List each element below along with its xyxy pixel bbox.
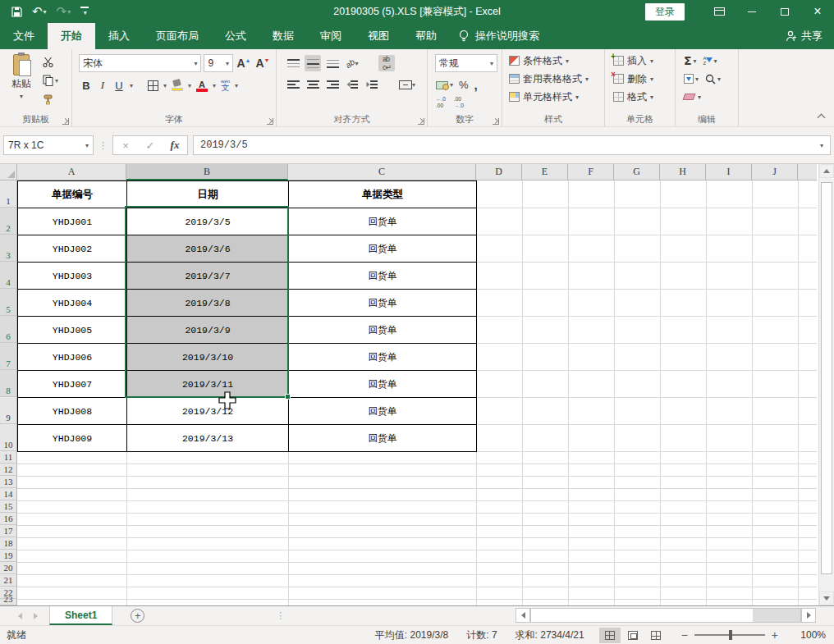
cell-B9[interactable]: 2019/3/12: [127, 398, 289, 425]
cell-C10[interactable]: 回货单: [289, 425, 477, 452]
format-painter-button[interactable]: [43, 92, 58, 107]
cell-B2[interactable]: 2019/3/5: [127, 208, 289, 235]
decrease-indent-button[interactable]: [344, 76, 360, 93]
fill-handle[interactable]: [285, 394, 291, 400]
undo-button[interactable]: ↶▾: [29, 2, 50, 21]
cell-B8[interactable]: 2019/3/11: [127, 371, 289, 398]
name-box[interactable]: 7R x 1C▾: [3, 135, 94, 155]
row-header-14[interactable]: 14: [0, 488, 17, 500]
cell-C9[interactable]: 回货单: [289, 398, 477, 425]
cell-C4[interactable]: 回货单: [289, 263, 477, 290]
percent-style-button[interactable]: %: [459, 79, 469, 91]
row-header-4[interactable]: 4: [0, 262, 17, 289]
zoom-out-button[interactable]: −: [681, 628, 688, 642]
row-header-17[interactable]: 17: [0, 525, 17, 537]
tab-insert[interactable]: 插入: [95, 23, 143, 49]
cell-A2[interactable]: YHDJ001: [18, 208, 127, 235]
align-right-button[interactable]: [324, 76, 341, 93]
cell-A3[interactable]: YHDJ002: [18, 235, 127, 263]
scroll-down-button[interactable]: [819, 591, 834, 605]
align-top-button[interactable]: [285, 55, 301, 71]
zoom-in-button[interactable]: +: [772, 628, 778, 642]
row-header-18[interactable]: 18: [0, 537, 17, 550]
cell-A8[interactable]: YHDJ007: [18, 371, 127, 398]
tab-page-layout[interactable]: 页面布局: [143, 23, 212, 49]
conditional-formatting-button[interactable]: 条件格式▾: [504, 52, 603, 70]
column-header-B[interactable]: B: [126, 164, 288, 180]
formula-bar-splitter[interactable]: ⋮: [99, 140, 108, 151]
bold-button[interactable]: B: [80, 80, 92, 92]
ribbon-display-options-button[interactable]: [703, 0, 735, 23]
column-header-D[interactable]: D: [476, 164, 522, 180]
login-button[interactable]: 登录: [645, 3, 685, 21]
cell-A5[interactable]: YHDJ004: [18, 290, 127, 317]
align-bottom-button[interactable]: [324, 55, 341, 71]
cell-B7[interactable]: 2019/3/10: [127, 344, 289, 371]
row-header-8[interactable]: 8: [0, 370, 17, 397]
cell-A6[interactable]: YHDJ005: [18, 317, 127, 344]
column-header-F[interactable]: F: [568, 164, 614, 180]
row-header-3[interactable]: 3: [0, 235, 17, 262]
share-button[interactable]: 共享: [786, 23, 823, 49]
vertical-scrollbar-thumb[interactable]: [821, 182, 832, 574]
copy-button[interactable]: ▾: [43, 73, 58, 88]
delete-cells-button[interactable]: 删除▾: [607, 70, 673, 88]
phonetic-guide-button[interactable]: wén文: [221, 79, 230, 92]
column-header-partial[interactable]: [798, 164, 817, 180]
borders-button[interactable]: [148, 80, 158, 91]
sort-filter-button[interactable]: AZ▾: [703, 56, 717, 66]
redo-button[interactable]: ↷▾: [53, 2, 75, 21]
normal-view-button[interactable]: [599, 628, 621, 643]
row-header-10[interactable]: 10: [0, 424, 17, 451]
cell-B5[interactable]: 2019/3/8: [127, 290, 289, 317]
row-header-2[interactable]: 2: [0, 208, 17, 235]
insert-function-button[interactable]: fx: [163, 136, 187, 154]
format-cells-button[interactable]: 格式▾: [607, 88, 673, 106]
close-button[interactable]: ×: [801, 0, 834, 23]
row-header-5[interactable]: 5: [0, 289, 17, 316]
column-header-J[interactable]: J: [752, 164, 798, 180]
align-middle-button[interactable]: [305, 55, 321, 71]
autosum-button[interactable]: Σ▾: [684, 54, 697, 67]
increase-font-button[interactable]: A▲: [236, 55, 252, 71]
minimize-button[interactable]: [735, 0, 768, 23]
cell-A10[interactable]: YHDJ009: [18, 425, 127, 452]
cell-A9[interactable]: YHDJ008: [18, 398, 127, 425]
increase-indent-button[interactable]: [364, 76, 380, 93]
expand-formula-bar-icon[interactable]: ▾: [820, 142, 823, 149]
new-sheet-button[interactable]: +: [131, 609, 144, 623]
merge-center-button[interactable]: ▾: [398, 76, 416, 93]
format-as-table-button[interactable]: 套用表格格式▾: [504, 70, 603, 88]
cell-A1[interactable]: 单据编号: [18, 181, 127, 208]
horizontal-scrollbar[interactable]: [516, 608, 816, 623]
fill-color-button[interactable]: [172, 80, 183, 91]
horizontal-scrollbar-thumb[interactable]: [531, 609, 753, 622]
vertical-scrollbar[interactable]: [818, 164, 834, 605]
cell-C8[interactable]: 回货单: [289, 371, 477, 398]
row-header-6[interactable]: 6: [0, 316, 17, 343]
cell-A7[interactable]: YHDJ006: [18, 344, 127, 371]
font-dialog-launcher[interactable]: [267, 118, 273, 125]
column-header-H[interactable]: H: [660, 164, 706, 180]
zoom-slider-thumb[interactable]: [729, 630, 732, 640]
scroll-left-button[interactable]: [516, 608, 530, 623]
row-header-19[interactable]: 19: [0, 550, 17, 562]
number-format-combo[interactable]: 常规▾: [435, 54, 497, 72]
tell-me-search[interactable]: 操作说明搜索: [450, 23, 548, 49]
formula-input[interactable]: 2019/3/5▾: [193, 135, 831, 155]
underline-button[interactable]: U: [113, 80, 125, 92]
row-header-9[interactable]: 9: [0, 397, 17, 424]
confirm-entry-button[interactable]: ✓: [138, 136, 163, 154]
cut-button[interactable]: [43, 54, 58, 69]
font-family-combo[interactable]: 宋体▾: [79, 54, 201, 72]
scroll-right-button[interactable]: [801, 608, 816, 623]
cell-B1[interactable]: 日期: [127, 181, 289, 208]
accounting-format-button[interactable]: ▾: [436, 81, 453, 89]
page-layout-view-button[interactable]: [622, 628, 644, 643]
align-left-button[interactable]: [285, 76, 301, 93]
row-header-1[interactable]: 1: [0, 180, 17, 208]
next-sheet-button[interactable]: [34, 613, 38, 619]
insert-cells-button[interactable]: 插入▾: [607, 52, 673, 70]
number-dialog-launcher[interactable]: [493, 118, 499, 125]
wrap-text-button[interactable]: abc↵: [378, 55, 395, 71]
